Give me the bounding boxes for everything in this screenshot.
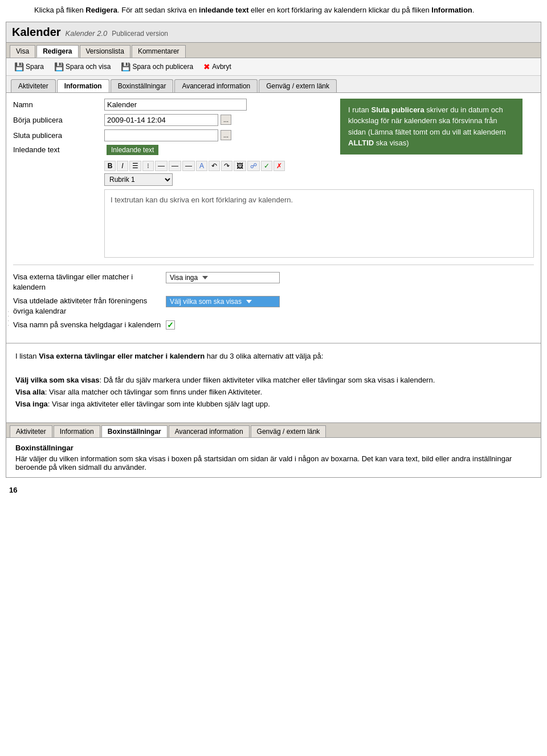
remove-button[interactable]: ✗ xyxy=(274,161,285,171)
kalender-title: Kalender xyxy=(12,26,61,39)
editor-toolbar-wrapper: B I ☰ ⁝ ― ― ― A ↶ ↷ 🖼 ☍ ✓ ✗ xyxy=(104,158,534,258)
separator xyxy=(13,265,534,265)
start-publish-field: ... xyxy=(104,114,231,126)
page-number: 16 xyxy=(0,483,547,497)
tab-visa[interactable]: Visa xyxy=(10,45,35,58)
form-relative: Namn Börja publicera ... Sluta publicera… xyxy=(13,99,534,258)
heading-row: Rubrik 1 Rubrik 2 Normal xyxy=(104,173,534,186)
bottom-tab-boxinstallningar[interactable]: Boxinställningar xyxy=(101,425,168,437)
bottom-tab-bar: Aktiviteter Information Boxinställningar… xyxy=(6,422,541,438)
redo-button[interactable]: ↷ xyxy=(221,161,232,171)
start-publish-label: Börja publicera xyxy=(13,116,104,124)
kalender-badge: Publicerad version xyxy=(112,30,168,38)
shared-activities-label: Visa utdelade aktiviteter från föreninge… xyxy=(13,296,161,316)
save-publish-icon: 💾 xyxy=(121,62,130,71)
tab-versionslista[interactable]: Versionslista xyxy=(80,45,130,58)
align-right-button[interactable]: ― xyxy=(182,161,195,171)
tab-boxinstallningar[interactable]: Boxinställningar xyxy=(111,79,174,92)
callout-green: I rutan Sluta publicera skriver du in da… xyxy=(340,99,522,155)
save-and-view-button[interactable]: 💾 Spara och visa xyxy=(51,61,114,72)
inledande-label: Inledande text xyxy=(13,145,104,154)
inledande-badge: Inledande text xyxy=(107,145,158,155)
save-and-publish-button[interactable]: 💾 Spara och publicera xyxy=(117,61,197,72)
boxinstallningar-section: Boxinställningar Här väljer du vilken in… xyxy=(6,438,541,477)
info-item-3: Visa inga: Visar inga aktiviteter eller … xyxy=(15,399,532,410)
align-left-button[interactable]: ― xyxy=(155,161,168,171)
end-publish-input[interactable] xyxy=(104,129,218,141)
toolbar: 💾 Spara 💾 Spara och visa 💾 Spara och pub… xyxy=(6,58,541,76)
shared-activities-value: Välj vilka som ska visas xyxy=(170,298,242,306)
top-tab-bar: Visa Redigera Versionslista Kommentarer xyxy=(6,43,541,58)
kalender-header: Kalender Kalender 2.0 Publicerad version xyxy=(6,22,541,43)
end-publish-label: Sluta publicera xyxy=(13,131,104,140)
image-button[interactable]: 🖼 xyxy=(234,161,246,171)
align-center-button[interactable]: ― xyxy=(169,161,181,171)
dropdown-arrow-1 xyxy=(202,276,208,279)
italic-button[interactable]: I xyxy=(117,161,128,171)
save-view-icon: 💾 xyxy=(54,62,64,71)
bottom-tab-information[interactable]: Information xyxy=(54,425,100,437)
name-label: Namn xyxy=(13,100,104,109)
shared-activities-row: Visa utdelade aktiviteter från föreninge… xyxy=(13,296,534,316)
ul-button[interactable]: ⁝ xyxy=(142,161,154,171)
checkmark-icon: ✓ xyxy=(167,320,174,330)
info-item-1: Välj vilka som ska visas: Då får du själ… xyxy=(15,375,532,387)
tab-redigera[interactable]: Redigera xyxy=(36,45,78,58)
cancel-button[interactable]: ✖ Avbryt xyxy=(200,61,235,72)
bold-button[interactable]: B xyxy=(104,161,116,171)
main-container: Kalender Kalender 2.0 Publicerad version… xyxy=(6,22,541,478)
kalender-subtitle: Kalender 2.0 xyxy=(66,29,108,38)
confirm-button[interactable]: ✓ xyxy=(261,161,272,171)
undo-button[interactable]: ↶ xyxy=(209,161,220,171)
tab-information[interactable]: Information xyxy=(57,79,109,92)
holidays-row: Visa namn på svenska helgdagar i kalende… xyxy=(13,320,534,330)
heading-select[interactable]: Rubrik 1 Rubrik 2 Normal xyxy=(104,173,173,186)
tab-genvag[interactable]: Genväg / extern länk xyxy=(259,79,337,92)
text-area-content: I textrutan kan du skriva en kort förkla… xyxy=(111,196,293,204)
bottom-tab-aktiviteter[interactable]: Aktiviteter xyxy=(10,425,52,437)
save-icon: 💾 xyxy=(14,62,24,71)
tab-aktiviteter[interactable]: Aktiviteter xyxy=(11,79,56,92)
editor-toolbar: B I ☰ ⁝ ― ― ― A ↶ ↷ 🖼 ☍ ✓ ✗ xyxy=(104,158,534,173)
boxinstallningar-title: Boxinställningar xyxy=(15,444,532,452)
start-publish-input[interactable] xyxy=(104,114,218,126)
tab-avancerad[interactable]: Avancerad information xyxy=(174,79,258,92)
end-publish-picker[interactable]: ... xyxy=(221,130,231,140)
link-button[interactable]: ☍ xyxy=(247,161,260,171)
side-dots: ···· xyxy=(7,310,9,328)
external-events-label: Visa externa tävlingar eller matcher i k… xyxy=(13,272,161,292)
text-area[interactable]: I textrutan kan du skriva en kort förkla… xyxy=(104,189,534,258)
info-item-2: Visa alla: Visar alla matcher och tävlin… xyxy=(15,387,532,399)
tab-kommentarer[interactable]: Kommentarer xyxy=(132,45,186,58)
save-publish-label: Spara och publicera xyxy=(132,63,193,71)
name-input[interactable] xyxy=(104,99,247,111)
content-tab-bar: Aktiviteter Information Boxinställningar… xyxy=(6,76,541,93)
holidays-checkbox[interactable]: ✓ xyxy=(166,320,175,330)
info-section: I listan Visa externa tävlingar eller ma… xyxy=(6,343,541,417)
start-publish-picker[interactable]: ... xyxy=(221,115,231,125)
external-events-dropdown[interactable]: Visa inga xyxy=(166,272,280,283)
info-intro: I listan Visa externa tävlingar eller ma… xyxy=(15,351,532,363)
bottom-tab-avancerad[interactable]: Avancerad information xyxy=(169,425,250,437)
save-button[interactable]: 💾 Spara xyxy=(11,61,47,72)
save-label: Spara xyxy=(26,63,44,71)
dropdown-arrow-2 xyxy=(246,300,252,303)
holidays-label: Visa namn på svenska helgdagar i kalende… xyxy=(13,320,161,330)
shared-activities-dropdown[interactable]: Välj vilka som ska visas xyxy=(166,296,280,307)
save-view-label: Spara och visa xyxy=(66,63,111,71)
top-description: Klicka på fliken Redigera. För att sedan… xyxy=(0,0,547,22)
cancel-icon: ✖ xyxy=(203,62,210,71)
form-area: Namn Börja publicera ... Sluta publicera… xyxy=(6,93,541,340)
boxinstallningar-text: Här väljer du vilken information som ska… xyxy=(15,454,532,472)
ol-button[interactable]: ☰ xyxy=(129,161,141,171)
format-button[interactable]: A xyxy=(196,161,207,171)
external-events-row: Visa externa tävlingar eller matcher i k… xyxy=(13,272,534,292)
external-events-value: Visa inga xyxy=(170,274,198,282)
end-publish-field: ... xyxy=(104,129,231,141)
bottom-tab-genvag[interactable]: Genväg / extern länk xyxy=(251,425,326,437)
cancel-label: Avbryt xyxy=(212,63,231,71)
